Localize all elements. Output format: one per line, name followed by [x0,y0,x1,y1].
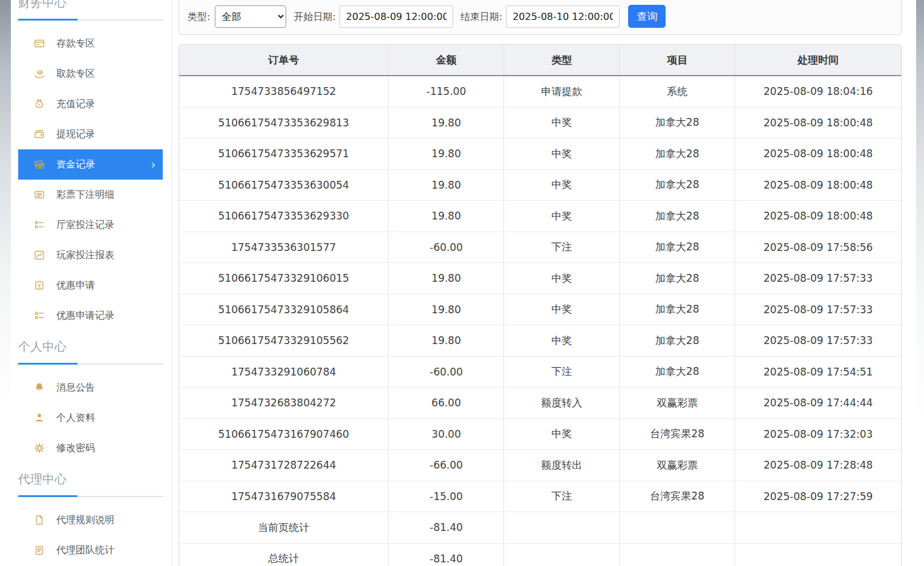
table-cell: 2025-08-09 17:54:51 [735,356,901,388]
column-header: 处理时间 [735,45,901,76]
table-cell: 1754733291060784 [179,356,388,388]
end-date-label: 结束日期: [460,5,502,28]
sidebar-item-profile[interactable]: 个人资料 [18,403,163,433]
sidebar-item-label: 取款专区 [56,68,95,80]
table-row: 当前页统计-81.40 [179,512,901,544]
sidebar-item-withdrawal-records[interactable]: 提现记录 [18,119,163,149]
table-cell [620,543,735,566]
type-label: 类型: [188,5,210,28]
sidebar-item-withdraw-zone[interactable]: 取款专区 [18,59,163,89]
table-cell: 2025-08-09 18:00:48 [735,201,901,232]
end-date-input[interactable] [506,5,620,28]
start-date-label: 开始日期: [293,5,335,28]
table-cell: 加拿大28 [620,232,735,263]
table-cell: -66.00 [388,450,504,481]
table-cell: 双赢彩票 [620,450,735,481]
table-cell: 51066175473167907460 [179,418,388,450]
sidebar-items: 存款专区取款专区¥充值记录提现记录资金记录›彩票下注明细厅室投注记录玩家投注报表… [12,28,171,331]
table-cell: 51066175473329105864 [179,294,388,325]
table-cell: 2025-08-09 18:00:48 [735,169,901,201]
table-cell: 台湾宾果28 [620,418,735,450]
sidebar-item-recharge-records[interactable]: ¥充值记录 [18,89,163,119]
table-cell: 下注 [504,232,620,263]
table-cell: 系统 [620,76,735,107]
column-header: 类型 [504,45,620,76]
table-cell: 加拿大28 [620,169,735,201]
table-cell: 中奖 [504,294,620,325]
table-cell: 中奖 [504,138,620,170]
table-cell: -81.40 [388,543,504,566]
sidebar-item-hall-bet-records[interactable]: 厅室投注记录 [18,210,163,240]
table-cell: 2025-08-09 17:57:33 [735,325,901,357]
table-cell: 申请提款 [504,76,620,107]
sidebar-item-agent-rules[interactable]: 代理规则说明 [18,505,163,535]
table-row: 5106617547332910556219.80中奖加拿大282025-08-… [179,325,901,357]
table-cell: 19.80 [388,169,504,201]
table-cell: 2025-08-09 18:00:48 [735,138,901,170]
table-cell: 19.80 [388,294,504,325]
sidebar-item-messages[interactable]: 消息公告 [18,372,163,403]
sidebar-item-lottery-bet-details[interactable]: 彩票下注明细 [18,180,163,210]
sidebar-item-label: 充值记录 [56,98,95,111]
sidebar-item-deposit-zone[interactable]: 存款专区 [18,28,163,59]
sidebar-item-label: 代理团队统计 [56,544,114,557]
table-row: 5106617547332910601519.80中奖加拿大282025-08-… [179,263,901,294]
chart-box-icon [33,249,45,261]
table-row: 5106617547332910586419.80中奖加拿大282025-08-… [179,294,901,325]
column-header: 项目 [620,45,735,76]
section-underline [18,496,163,497]
sidebar-item-label: 代理规则说明 [56,514,114,527]
sidebar-item-label: 优惠申请 [56,279,95,292]
table-row: 总统计-81.40 [179,543,901,566]
type-select[interactable]: 全部 [215,5,286,28]
sidebar-item-label: 彩票下注明细 [56,189,114,201]
table-cell: 额度转入 [504,388,620,419]
table-cell: 下注 [504,481,620,512]
gear-icon [33,442,45,454]
sidebar-items: 消息公告个人资料修改密码 [12,372,171,463]
table-cell: 加拿大28 [620,138,735,170]
sidebar-item-label: 提现记录 [56,128,95,141]
sidebar-item-funds-records[interactable]: 资金记录› [18,149,163,180]
table-cell: 中奖 [504,201,620,232]
section-title: 财务中心 [18,0,162,10]
table-cell: 19.80 [388,325,504,357]
table-cell [735,543,901,566]
money-bag-icon: ¥ [33,98,45,110]
table-cell: 51066175473353629571 [179,138,388,170]
sidebar-section: 代理中心代理规则说明代理团队统计 [12,472,171,565]
wallet-out-icon [33,128,45,140]
sidebar-item-promo-application-records[interactable]: 优惠申请记录 [18,301,163,331]
table-cell: 加拿大28 [620,325,735,357]
records-table: 订单号金额类型项目处理时间 1754733856497152-115.00申请提… [179,45,901,566]
sidebar-item-label: 优惠申请记录 [56,310,114,322]
table-cell: 加拿大28 [620,201,735,232]
sidebar-item-change-password[interactable]: 修改密码 [18,433,163,463]
table-row: 1754733856497152-115.00申请提款系统2025-08-09 … [179,76,901,107]
table-cell: 加拿大28 [620,107,735,138]
table-row: 5106617547335362981319.80中奖加拿大282025-08-… [179,107,901,138]
table-row: 1754733291060784-60.00下注加拿大282025-08-09 … [179,356,901,388]
table-cell: 51066175473329106015 [179,263,388,294]
sidebar-item-promo-application[interactable]: ¥优惠申请 [18,270,163,301]
section-title: 代理中心 [18,472,162,486]
table-cell: 2025-08-09 17:28:48 [735,450,901,481]
table-cell: 额度转出 [504,450,620,481]
file-lines-icon [33,544,45,556]
table-cell [504,543,620,566]
table-cell: 2025-08-09 17:57:33 [735,263,901,294]
table-cell: 2025-08-09 17:58:56 [735,232,901,263]
sidebar-item-player-bet-report[interactable]: 玩家投注报表 [18,240,163,270]
start-date-input[interactable] [339,5,453,28]
sidebar-item-agent-team-stats[interactable]: 代理团队统计 [18,535,163,565]
query-button[interactable]: 查询 [628,5,666,28]
table-row: 1754731728722644-66.00额度转出双赢彩票2025-08-09… [179,450,901,481]
table-cell: 2025-08-09 17:32:03 [735,418,901,450]
filter-bar: 类型: 全部 开始日期: 结束日期: 查询 [179,0,902,35]
section-underline [18,19,163,21]
list-card-icon [33,189,45,201]
sidebar-items: 代理规则说明代理团队统计 [12,505,171,565]
table-cell: 30.00 [388,418,504,450]
table-cell: 总统计 [179,543,388,566]
list-squares-icon [33,310,45,322]
